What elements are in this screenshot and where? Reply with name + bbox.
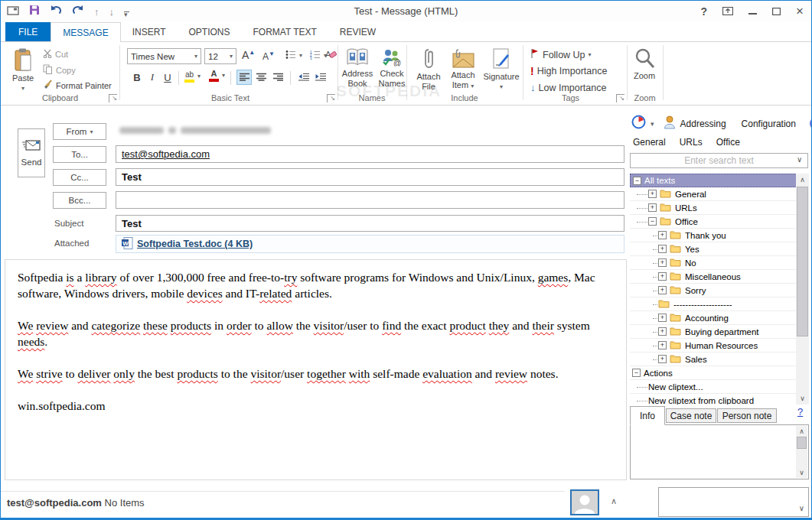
configuration-tab[interactable]: Configuration bbox=[742, 119, 796, 129]
panel-help-link[interactable]: ? bbox=[797, 406, 803, 418]
tree-item[interactable]: +Yes bbox=[630, 242, 809, 256]
font-size-combo[interactable]: 12▾ bbox=[204, 48, 236, 64]
to-field[interactable]: test@softpedia.com bbox=[116, 145, 624, 163]
follow-up-button[interactable]: Follow Up ▾ bbox=[530, 48, 592, 61]
search-dropdown-icon[interactable]: ∨ bbox=[797, 155, 802, 164]
numbering-button[interactable]: 123 ▾ bbox=[310, 50, 327, 61]
paste-button[interactable]: Paste ▾ bbox=[7, 45, 39, 93]
expand-icon[interactable]: + bbox=[648, 203, 657, 212]
signature-button[interactable]: Signature ▾ bbox=[481, 45, 521, 92]
info-scrollbar[interactable]: ∧ ∨ bbox=[796, 426, 807, 478]
tab-case-note[interactable]: Case note bbox=[666, 408, 716, 423]
tree-scrollbar[interactable]: ∧ ∨ bbox=[796, 174, 809, 405]
search-input[interactable] bbox=[630, 153, 808, 168]
font-name-combo[interactable]: Times New▾ bbox=[127, 48, 201, 64]
tree-item[interactable]: +Sales bbox=[630, 353, 809, 366]
zoom-button[interactable]: Zoom bbox=[628, 45, 660, 81]
people-pane-avatar[interactable] bbox=[570, 489, 599, 515]
align-center-button[interactable] bbox=[253, 70, 269, 85]
timer-icon[interactable] bbox=[631, 115, 646, 132]
dropdown-icon[interactable]: ▾ bbox=[651, 120, 654, 128]
increase-indent-button[interactable] bbox=[313, 70, 328, 85]
expand-icon[interactable]: + bbox=[658, 245, 667, 253]
from-button[interactable]: From▾ bbox=[53, 123, 106, 140]
tags-dialog-launcher-icon[interactable]: ↘ bbox=[616, 94, 624, 102]
minimize-icon[interactable] bbox=[748, 5, 757, 18]
tree-item[interactable]: +Thank you bbox=[630, 229, 809, 242]
maximize-icon[interactable] bbox=[772, 5, 781, 18]
tab-general[interactable]: General bbox=[633, 137, 666, 148]
bcc-field[interactable] bbox=[116, 191, 624, 209]
clear-formatting-button[interactable]: A bbox=[325, 48, 337, 61]
to-button[interactable]: To... bbox=[53, 146, 106, 163]
expand-icon[interactable]: + bbox=[648, 190, 657, 198]
tab-person-note[interactable]: Person note bbox=[717, 408, 777, 423]
decrease-indent-button[interactable] bbox=[296, 70, 311, 85]
align-right-button[interactable] bbox=[270, 70, 285, 85]
collapse-icon[interactable]: − bbox=[633, 177, 641, 185]
collapse-icon[interactable]: − bbox=[632, 369, 641, 377]
scroll-down-icon[interactable]: ∨ bbox=[796, 469, 807, 476]
shrink-font-button[interactable]: A▼ bbox=[263, 50, 275, 62]
close-icon[interactable]: × bbox=[796, 5, 804, 18]
low-importance-button[interactable]: ↓ Low Importance bbox=[530, 82, 606, 93]
attach-file-button[interactable]: Attach File bbox=[413, 45, 445, 92]
tree-item[interactable]: +Human Resources bbox=[630, 339, 809, 353]
check-names-button[interactable]: @ Check Names bbox=[376, 45, 408, 89]
qat-customize-icon[interactable]: ▾ bbox=[124, 11, 129, 12]
bottom-combo[interactable]: ∨ bbox=[658, 487, 809, 517]
tab-message[interactable]: MESSAGE bbox=[51, 22, 120, 42]
grow-font-button[interactable]: A▲ bbox=[242, 49, 255, 61]
basic-text-dialog-launcher-icon[interactable]: ↘ bbox=[327, 94, 335, 102]
tree-item[interactable]: +URLs bbox=[630, 201, 809, 215]
font-color-button[interactable]: A ▾ bbox=[209, 69, 225, 82]
highlight-button[interactable]: ab ▾ bbox=[184, 70, 201, 83]
address-book-button[interactable]: Address Book bbox=[341, 45, 374, 89]
cc-button[interactable]: Cc... bbox=[53, 169, 106, 186]
tree-item[interactable]: New cliptext from clipboard bbox=[630, 394, 809, 405]
scroll-down-icon[interactable]: ∨ bbox=[796, 395, 809, 402]
tree-item[interactable]: +Buying department bbox=[630, 325, 809, 339]
expand-icon[interactable]: + bbox=[658, 231, 667, 239]
expand-icon[interactable]: + bbox=[658, 341, 667, 349]
tab-format-text[interactable]: FORMAT TEXT bbox=[242, 22, 328, 41]
tree-item[interactable]: New cliptext... bbox=[630, 380, 809, 394]
copy-button[interactable]: Copy bbox=[43, 64, 76, 76]
tab-file[interactable]: FILE bbox=[5, 22, 51, 41]
addressing-tab[interactable]: Addressing bbox=[680, 119, 726, 129]
underline-button[interactable]: U bbox=[160, 70, 175, 85]
tab-office[interactable]: Office bbox=[716, 137, 740, 148]
tree-item[interactable]: +Miscellaneous bbox=[630, 270, 809, 284]
attach-item-button[interactable]: Attach Item ▾ bbox=[446, 45, 480, 91]
high-importance-button[interactable]: ! High Importance bbox=[530, 65, 607, 77]
subject-field[interactable]: Test bbox=[116, 215, 624, 232]
to-recipient-link[interactable]: test@softpedia.com bbox=[122, 148, 210, 160]
tree-item[interactable]: +General bbox=[630, 187, 809, 201]
send-button[interactable]: Send bbox=[18, 128, 45, 177]
tree-item[interactable]: +Accounting bbox=[630, 311, 809, 325]
info-scrollbar-thumb[interactable] bbox=[797, 437, 807, 449]
dropdown-icon[interactable]: ∨ bbox=[799, 504, 804, 512]
save-icon[interactable] bbox=[29, 5, 40, 18]
expand-icon[interactable]: + bbox=[658, 286, 667, 294]
tree-item[interactable]: +No bbox=[630, 256, 809, 270]
format-painter-button[interactable]: Format Painter bbox=[43, 80, 112, 91]
expand-icon[interactable]: + bbox=[658, 314, 667, 322]
expand-icon[interactable]: + bbox=[658, 355, 667, 363]
tab-info[interactable]: Info bbox=[630, 406, 665, 425]
message-body[interactable]: Softpedia is a library of over 1,300,000… bbox=[5, 259, 627, 480]
align-left-button[interactable] bbox=[236, 70, 252, 85]
tree-item[interactable]: −All texts bbox=[630, 174, 809, 187]
next-item-icon[interactable]: ↓ bbox=[109, 6, 115, 18]
italic-button[interactable]: I bbox=[145, 70, 160, 85]
expand-icon[interactable]: + bbox=[658, 258, 667, 267]
tab-options[interactable]: OPTIONS bbox=[178, 22, 242, 41]
help-icon[interactable]: ? bbox=[701, 5, 708, 18]
attachment-link[interactable]: Softpedia Test.doc (4 KB) bbox=[137, 239, 253, 249]
collapse-icon[interactable]: − bbox=[648, 217, 657, 226]
tree-item[interactable]: +Sorry bbox=[630, 284, 809, 297]
redo-icon[interactable] bbox=[72, 5, 84, 18]
info-content-box[interactable]: ∧ ∨ bbox=[630, 424, 809, 479]
tree-item[interactable]: −Office bbox=[630, 215, 809, 229]
bullets-button[interactable]: ▾ bbox=[285, 50, 302, 61]
